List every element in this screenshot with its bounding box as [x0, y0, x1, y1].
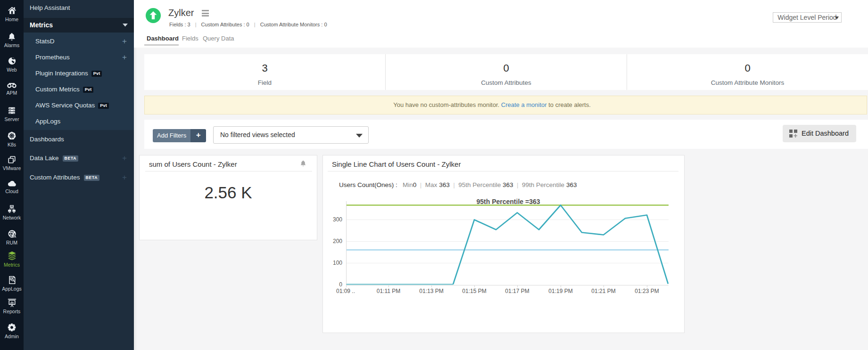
svg-text:01:11 PM: 01:11 PM — [377, 288, 400, 294]
svg-text:0: 0 — [339, 281, 342, 288]
svg-text:01:09 ..: 01:09 .. — [336, 288, 355, 294]
svg-text:01:15 PM: 01:15 PM — [462, 288, 486, 294]
svg-text:01:23 PM: 01:23 PM — [635, 288, 659, 294]
svg-text:01:17 PM: 01:17 PM — [505, 288, 529, 294]
svg-text:200: 200 — [333, 238, 342, 244]
svg-text:01:13 PM: 01:13 PM — [419, 288, 443, 294]
svg-text:300: 300 — [333, 216, 342, 223]
svg-text:100: 100 — [333, 260, 342, 266]
svg-text:01:21 PM: 01:21 PM — [591, 288, 615, 294]
svg-text:01:19 PM: 01:19 PM — [548, 288, 572, 294]
